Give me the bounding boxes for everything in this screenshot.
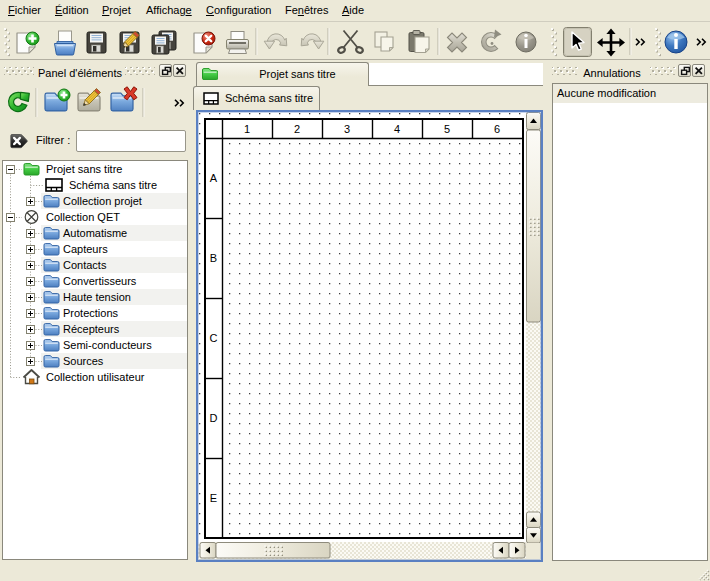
svg-text:A: A [210, 172, 218, 184]
svg-text:4: 4 [394, 123, 400, 135]
svg-text:3: 3 [344, 123, 350, 135]
svg-text:D: D [210, 412, 218, 424]
svg-text:B: B [210, 252, 217, 264]
svg-text:E: E [210, 492, 217, 504]
svg-text:2: 2 [294, 123, 300, 135]
svg-text:C: C [210, 332, 218, 344]
svg-text:6: 6 [494, 123, 500, 135]
svg-text:1: 1 [244, 123, 250, 135]
svg-text:5: 5 [444, 123, 450, 135]
